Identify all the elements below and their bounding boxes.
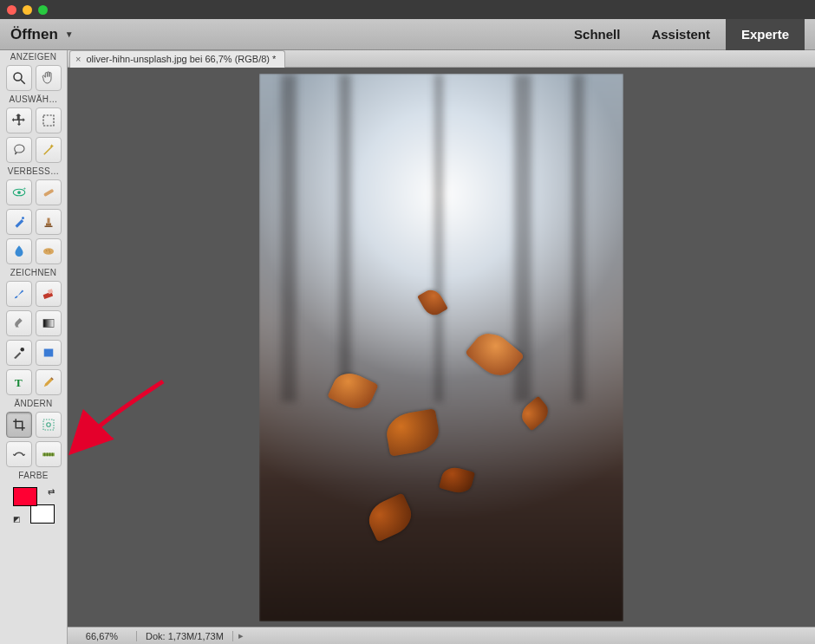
background-color-swatch[interactable] [30, 504, 55, 524]
tab-experte[interactable]: Experte [726, 19, 805, 50]
status-caret-icon[interactable]: ▸ [233, 630, 249, 641]
svg-point-10 [46, 250, 48, 252]
svg-point-20 [46, 423, 50, 427]
canvas-area: × oliver-hihn-unsplash.jpg bei 66,7% (RG… [68, 50, 815, 644]
tab-label: Assistent [651, 27, 710, 42]
svg-text:+: + [23, 185, 26, 191]
tab-label: Schnell [574, 27, 620, 42]
svg-rect-19 [43, 420, 54, 430]
tab-schnell[interactable]: Schnell [558, 19, 636, 50]
section-aendern: ÄNDERN [0, 397, 67, 410]
svg-rect-17 [43, 349, 53, 357]
straighten-tool[interactable] [36, 441, 62, 467]
status-doc-size: Dok: 1,73M/1,73M [137, 631, 233, 641]
zoom-window-icon[interactable] [38, 5, 48, 15]
status-zoom[interactable]: 66,67% [68, 631, 137, 641]
open-label: Öffnen [10, 26, 58, 43]
svg-point-9 [43, 248, 54, 255]
svg-point-11 [49, 251, 50, 253]
default-colors-icon[interactable]: ◩ [13, 515, 21, 524]
magic-wand-tool[interactable] [36, 137, 62, 163]
stamp-tool[interactable] [36, 209, 62, 235]
svg-line-1 [21, 80, 25, 84]
svg-rect-15 [43, 320, 54, 328]
zoom-tool[interactable] [6, 65, 32, 91]
svg-point-12 [49, 250, 50, 251]
hand-tool[interactable] [36, 65, 62, 91]
sponge-tool[interactable] [36, 238, 62, 264]
lasso-tool[interactable] [6, 137, 32, 163]
type-tool[interactable]: T [6, 369, 32, 395]
svg-point-16 [20, 348, 24, 352]
recompose-tool[interactable] [36, 412, 62, 438]
gradient-tool[interactable] [36, 310, 62, 336]
document-image[interactable] [259, 74, 623, 621]
svg-rect-6 [43, 189, 54, 197]
close-document-icon[interactable]: × [75, 54, 81, 64]
color-swatches[interactable]: ⇄ ◩ [13, 487, 55, 524]
eraser-tool[interactable] [36, 281, 62, 307]
svg-text:T: T [14, 376, 22, 389]
section-auswaehlen: AUSWÄH… [0, 93, 67, 106]
minimize-window-icon[interactable] [23, 5, 32, 15]
redeye-tool[interactable]: + [6, 179, 32, 205]
canvas-viewport[interactable] [68, 68, 815, 627]
document-tab-title: oliver-hihn-unsplash.jpg bei 66,7% (RGB/… [86, 54, 276, 64]
svg-point-7 [22, 217, 24, 219]
crop-tool[interactable] [6, 412, 32, 438]
shape-tool[interactable] [36, 340, 62, 366]
tab-label: Experte [741, 27, 789, 42]
eyedropper-tool[interactable] [6, 340, 32, 366]
section-zeichnen: ZEICHNEN [0, 266, 67, 279]
move-tool[interactable] [6, 107, 32, 133]
traffic-lights [7, 5, 48, 15]
blur-tool[interactable] [6, 238, 32, 264]
window-titlebar [0, 0, 815, 19]
svg-point-4 [17, 191, 21, 194]
close-window-icon[interactable] [7, 5, 16, 15]
svg-rect-8 [44, 226, 52, 228]
svg-rect-2 [43, 115, 54, 126]
pencil-tool[interactable] [36, 369, 62, 395]
section-farbe: FARBE [0, 469, 67, 482]
healing-tool[interactable] [36, 179, 62, 205]
content-move-tool[interactable] [6, 441, 32, 467]
chevron-down-icon: ▼ [65, 29, 74, 39]
marquee-tool[interactable] [36, 107, 62, 133]
foreground-color-swatch[interactable] [13, 487, 37, 506]
section-verbessern: VERBESS… [0, 165, 67, 178]
tool-sidebar: ANZEIGEN AUSWÄH… VERBESS… + ZEICHNEN [0, 50, 68, 644]
document-tab[interactable]: × oliver-hihn-unsplash.jpg bei 66,7% (RG… [69, 50, 285, 68]
section-anzeigen: ANZEIGEN [0, 50, 67, 63]
document-tab-bar: × oliver-hihn-unsplash.jpg bei 66,7% (RG… [68, 50, 815, 68]
status-bar: 66,67% Dok: 1,73M/1,73M ▸ [68, 627, 815, 644]
brush-tool[interactable] [6, 281, 32, 307]
open-menu-button[interactable]: Öffnen ▼ [10, 26, 74, 43]
workspace-tabs: Schnell Assistent Experte [558, 19, 805, 50]
clone-brush-tool[interactable] [6, 209, 32, 235]
swap-colors-icon[interactable]: ⇄ [48, 487, 55, 497]
menu-bar: Öffnen ▼ Schnell Assistent Experte [0, 19, 815, 50]
smudge-tool[interactable] [6, 310, 32, 336]
tab-assistent[interactable]: Assistent [636, 19, 726, 50]
svg-point-0 [14, 73, 22, 81]
